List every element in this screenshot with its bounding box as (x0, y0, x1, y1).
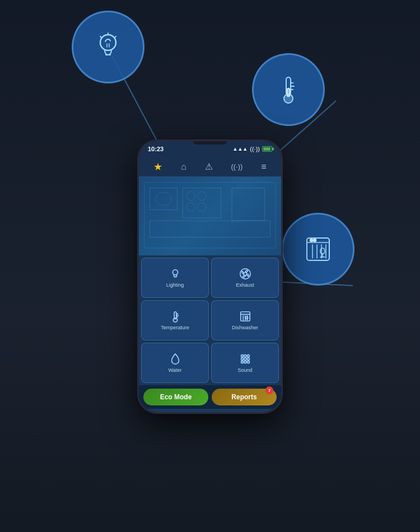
sound-icon (239, 353, 251, 365)
wifi-icon: ((·)) (250, 146, 260, 152)
tile-lighting[interactable]: Lighting (141, 258, 209, 298)
tile-dishwasher-label: Dishwasher (232, 325, 258, 330)
status-time: 10:23 (148, 146, 164, 152)
lightbulb-svg (91, 30, 125, 64)
svg-rect-55 (244, 361, 246, 363)
eco-mode-button[interactable]: Eco Mode (143, 389, 208, 405)
nav-home-icon[interactable]: ⌂ (181, 162, 186, 172)
nav-menu-icon[interactable]: ≡ (261, 162, 266, 172)
svg-point-17 (314, 239, 316, 241)
svg-point-3 (100, 35, 116, 50)
nav-bar[interactable]: ★ ⌂ ⚠ ((·)) ≡ (139, 157, 281, 177)
reports-badge: 7 (265, 386, 273, 394)
nav-alert-icon[interactable]: ⚠ (205, 161, 213, 172)
svg-point-16 (310, 239, 312, 241)
phone-wrapper: 10:23 ▲▲▲ ((·)) ★ ⌂ ⚠ ((·)) ≡ (137, 139, 283, 414)
tiles-grid: Lighting Exhaust (139, 255, 281, 385)
phone-notch (193, 141, 227, 144)
dishwasher-svg (301, 232, 335, 266)
svg-rect-49 (244, 355, 246, 357)
tile-water-label: Water (169, 367, 182, 373)
tile-sound-label: Sound (237, 367, 252, 373)
tile-sound[interactable]: Sound (211, 343, 279, 383)
exhaust-icon (239, 268, 251, 280)
tile-water[interactable]: Water (141, 343, 209, 383)
tile-lighting-label: Lighting (166, 282, 184, 288)
status-icons: ▲▲▲ ((·)) (233, 146, 272, 152)
thermometer-svg (272, 73, 305, 106)
phone: 10:23 ▲▲▲ ((·)) ★ ⌂ ⚠ ((·)) ≡ (137, 139, 283, 414)
nav-favorites-icon[interactable]: ★ (153, 161, 162, 173)
phone-screen: 10:23 ▲▲▲ ((·)) ★ ⌂ ⚠ ((·)) ≡ (139, 141, 281, 412)
svg-rect-52 (244, 358, 246, 360)
svg-rect-53 (247, 358, 249, 360)
tile-exhaust-label: Exhaust (236, 282, 254, 288)
tile-temperature-label: Temperature (161, 325, 189, 330)
svg-rect-50 (247, 355, 249, 357)
blueprint-svg (139, 177, 281, 254)
nav-wifi-icon[interactable]: ((·)) (231, 162, 242, 171)
dishwasher-tile-icon (239, 310, 251, 323)
lighting-icon (169, 268, 181, 280)
reports-button[interactable]: Reports 7 (212, 389, 277, 405)
svg-rect-51 (241, 358, 243, 360)
signal-icon: ▲▲▲ (233, 146, 248, 152)
svg-rect-48 (241, 355, 243, 357)
svg-line-6 (115, 36, 116, 38)
svg-rect-32 (150, 188, 178, 210)
tile-temperature[interactable]: Temperature (141, 300, 209, 340)
svg-rect-26 (232, 188, 265, 221)
floating-thermometer-icon (252, 53, 325, 126)
tile-exhaust[interactable]: Exhaust (211, 258, 279, 298)
svg-rect-56 (247, 361, 249, 363)
svg-point-36 (240, 269, 250, 279)
svg-rect-25 (150, 221, 270, 237)
water-icon (169, 353, 181, 365)
kitchen-blueprint (139, 177, 281, 255)
svg-rect-13 (287, 88, 290, 96)
svg-point-34 (172, 270, 178, 275)
battery-icon (262, 146, 272, 152)
bottom-buttons: Eco Mode Reports 7 (139, 385, 281, 409)
floating-lightbulb-icon (72, 11, 144, 83)
tile-dishwasher[interactable]: Dishwasher (211, 300, 279, 340)
reports-label: Reports (231, 393, 256, 401)
svg-line-7 (100, 36, 101, 38)
svg-rect-54 (241, 361, 243, 363)
temperature-icon (169, 310, 181, 323)
floating-dishwasher-icon (282, 213, 354, 286)
